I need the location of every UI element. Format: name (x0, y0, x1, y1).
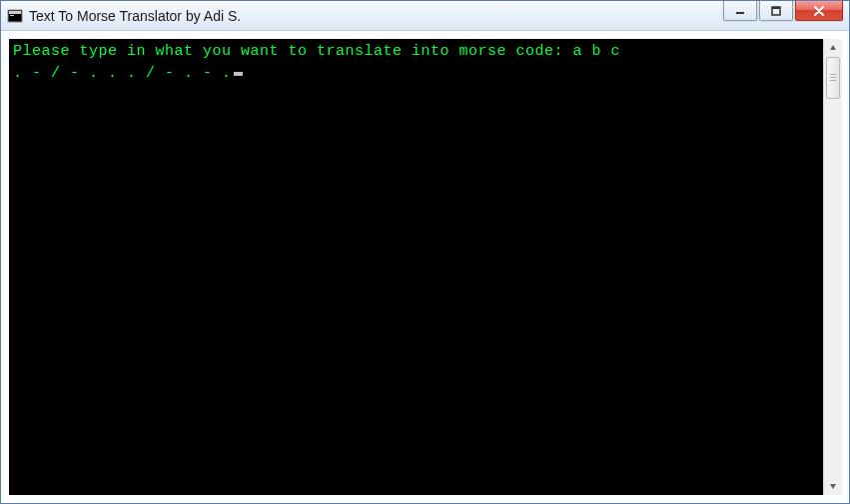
client-area: Please type in what you want to translat… (1, 31, 849, 503)
console-output[interactable]: Please type in what you want to translat… (9, 39, 823, 495)
svg-rect-2 (10, 15, 14, 16)
app-window: Text To Morse Translator by Adi S. Pleas… (0, 0, 850, 504)
svg-rect-1 (9, 11, 21, 14)
minimize-button[interactable] (723, 1, 757, 21)
app-icon (7, 8, 23, 24)
window-controls (723, 1, 849, 30)
scroll-up-button[interactable] (824, 39, 842, 57)
maximize-button[interactable] (759, 1, 793, 21)
scroll-track[interactable] (824, 57, 842, 477)
cursor-icon (234, 72, 243, 76)
console-prompt: Please type in what you want to translat… (13, 43, 573, 60)
console-morse-output: . - / - . . . / - . - . (13, 65, 232, 82)
close-button[interactable] (795, 1, 843, 21)
window-title: Text To Morse Translator by Adi S. (29, 8, 723, 24)
svg-rect-5 (772, 7, 780, 9)
titlebar[interactable]: Text To Morse Translator by Adi S. (1, 1, 849, 31)
console-input: a b c (573, 43, 621, 60)
vertical-scrollbar[interactable] (823, 39, 841, 495)
svg-rect-3 (736, 12, 744, 14)
scroll-down-button[interactable] (824, 477, 842, 495)
scroll-thumb[interactable] (826, 57, 840, 99)
